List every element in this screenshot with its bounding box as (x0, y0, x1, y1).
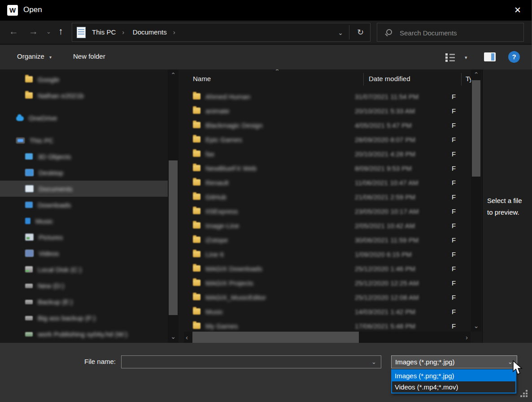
sidebar-item[interactable]: work Publishing sy04y.hd (W:) (0, 326, 168, 342)
sidebar-item[interactable]: This PC (0, 132, 168, 148)
sidebar-item[interactable]: Google (0, 71, 168, 87)
change-view-icon[interactable] (445, 53, 455, 61)
column-header-date-modified[interactable]: Date modified (369, 75, 410, 82)
file-type: F (452, 136, 456, 143)
sidebar-item-label: Google (38, 76, 59, 83)
sidebar-item-label: Pictures (39, 233, 63, 241)
address-dropdown-chevron-icon[interactable]: ⌄ (338, 29, 343, 36)
file-date-modified: 14/03/2021 1:42 PM (355, 308, 452, 316)
refresh-icon[interactable]: ↻ (357, 27, 364, 37)
scroll-down-icon[interactable]: ⌄ (471, 322, 481, 329)
table-row[interactable]: IISExpress 23/05/2020 10:17 AM F (184, 204, 471, 218)
horizontal-scrollbar-thumb[interactable] (192, 332, 359, 343)
vertical-scrollbar-thumb[interactable] (472, 80, 480, 177)
title-bar: W Open ✕ (0, 0, 532, 21)
table-row[interactable]: iZotope 30/06/2021 11:59 PM F (184, 233, 471, 247)
file-date-modified: 23/05/2020 10:17 AM (355, 207, 452, 215)
file-name: NewBlueFX Web (205, 164, 355, 172)
file-type-dropdown[interactable]: Images (*.png;*.jpg) ⌄ (391, 355, 517, 368)
sidebar-item[interactable]: Local Disk (C:) (0, 261, 168, 277)
file-date-modified: 25/12/2020 1:46 PM (355, 265, 452, 272)
word-app-icon: W (7, 5, 18, 16)
file-name: MAGIX Downloads (205, 265, 355, 272)
sidebar-item[interactable]: 3D Objects (0, 148, 168, 164)
recent-locations-chevron-icon[interactable]: ⌄ (46, 28, 51, 35)
file-date-modified: 28/09/2020 8:07 PM (355, 136, 452, 143)
table-row[interactable]: animate 20/10/2021 5:33 AM F (184, 104, 471, 118)
sidebar-scrollbar-thumb[interactable] (169, 160, 178, 315)
new-folder-button[interactable]: New folder (73, 52, 105, 60)
sidebar-item[interactable]: Pictures (0, 229, 168, 245)
table-row[interactable]: Blackmagic Design 4/05/2021 5:47 PM F (184, 118, 471, 132)
breadcrumb-segment[interactable]: This PC (92, 28, 124, 36)
table-row[interactable]: NewBlueFX Web 8/09/2021 9:53 PM F (184, 161, 471, 175)
column-header-name[interactable]: Name (193, 75, 211, 82)
search-box[interactable] (377, 23, 524, 42)
help-icon[interactable]: ? (508, 51, 520, 63)
preview-pane-icon[interactable] (484, 52, 496, 61)
sidebar-item[interactable]: Music (0, 213, 168, 229)
table-row[interactable]: Epic Games 28/09/2020 8:07 PM F (184, 132, 471, 147)
table-row[interactable]: Image-Line 2/05/2021 10:42 AM F (184, 218, 471, 233)
table-row[interactable]: fax 20/10/2021 4:28 PM F (184, 147, 471, 161)
view-caret-icon[interactable]: ▾ (465, 55, 467, 61)
sidebar-item[interactable]: Desktop (0, 164, 168, 181)
sidebar-item-label: work Publishing sy04y.hd (W:) (38, 330, 127, 338)
organize-button[interactable]: Organize ▾ (17, 52, 52, 60)
search-input[interactable] (399, 23, 522, 42)
scroll-up-icon[interactable]: ⌃ (471, 71, 481, 78)
table-row[interactable]: Renault 11/06/2021 10:47 AM F (184, 175, 471, 190)
sidebar-item[interactable]: Documents (0, 181, 168, 197)
scroll-left-icon[interactable]: ‹ (186, 333, 188, 341)
close-button[interactable]: ✕ (511, 4, 524, 17)
table-row[interactable]: My Games 17/06/2021 5:48 PM F (184, 319, 471, 332)
sidebar-item[interactable]: Big ass backup (F:) (0, 310, 168, 326)
scroll-right-icon[interactable]: › (466, 333, 468, 341)
disk-c-icon (25, 266, 33, 272)
horizontal-scrollbar[interactable]: ‹ › (184, 332, 471, 343)
pictures-icon (25, 233, 34, 241)
list-vertical-scrollbar[interactable]: ⌃ ⌄ (471, 69, 481, 332)
file-type-option[interactable]: Videos (*.mp4;*.mov) (392, 381, 515, 393)
folder-icon (193, 179, 201, 186)
column-header-type[interactable]: Ty (466, 75, 471, 82)
table-row[interactable]: MAGIX Projects 25/12/2020 12:25 AM F (184, 276, 471, 290)
table-row[interactable]: Line 6 1/09/2020 6:15 PM F (184, 247, 471, 261)
sidebar-item-label: 3D Objects (38, 153, 71, 160)
file-name-input[interactable] (123, 356, 367, 368)
scroll-down-icon[interactable]: ⌄ (168, 333, 179, 340)
sidebar-item[interactable]: Backup (E:) (0, 294, 168, 310)
sidebar-item-label: Local Disk (C:) (38, 266, 82, 273)
address-bar[interactable]: This PC Documents ⌄ ↻ (72, 23, 371, 42)
table-row[interactable]: Music 14/03/2021 1:42 PM F (184, 304, 471, 319)
column-divider[interactable] (363, 73, 364, 86)
breadcrumb-segment[interactable]: Documents (133, 28, 175, 36)
sidebar-item[interactable]: New (D:) (0, 277, 168, 294)
sidebar-item[interactable]: OneDrive (0, 110, 168, 126)
scroll-up-icon[interactable]: ⌃ (168, 71, 179, 78)
file-name-chevron-icon[interactable]: ⌄ (371, 359, 376, 365)
folder-icon (193, 265, 201, 272)
table-row[interactable]: GitHub 21/06/2021 2:59 PM F (184, 190, 471, 204)
file-type-option[interactable]: Images (*.png;*.jpg) (392, 370, 515, 381)
forward-icon[interactable]: → (29, 26, 38, 37)
resize-grip-icon[interactable] (520, 395, 522, 397)
folder-icon (25, 76, 33, 82)
table-row[interactable]: MAGIX Downloads 25/12/2020 1:46 PM F (184, 261, 471, 276)
file-name: MAGIX_MusicEditor (205, 294, 355, 301)
file-name-combobox[interactable]: ⌄ (121, 355, 381, 368)
sidebar-scrollbar[interactable]: ⌃ ⌄ (168, 69, 179, 343)
sidebar-item[interactable]: Videos (0, 245, 168, 261)
column-divider[interactable] (461, 73, 462, 86)
back-icon[interactable]: ← (9, 26, 18, 37)
table-row[interactable]: Ahmed Human 31/07/2021 11:54 PM F (184, 89, 471, 104)
sidebar-item-label: Documents (39, 185, 73, 193)
up-icon[interactable]: ↑ (58, 26, 63, 37)
sidebar-item[interactable]: Nathan e2021b (0, 87, 168, 104)
file-type: F (452, 107, 456, 115)
folder-icon (193, 208, 201, 214)
objects3d-icon (25, 153, 33, 160)
sidebar-item[interactable]: Downloads (0, 197, 168, 213)
table-row[interactable]: MAGIX_MusicEditor 25/12/2020 12:08 AM F (184, 290, 471, 304)
file-date-modified: 25/12/2020 12:08 AM (355, 294, 452, 301)
